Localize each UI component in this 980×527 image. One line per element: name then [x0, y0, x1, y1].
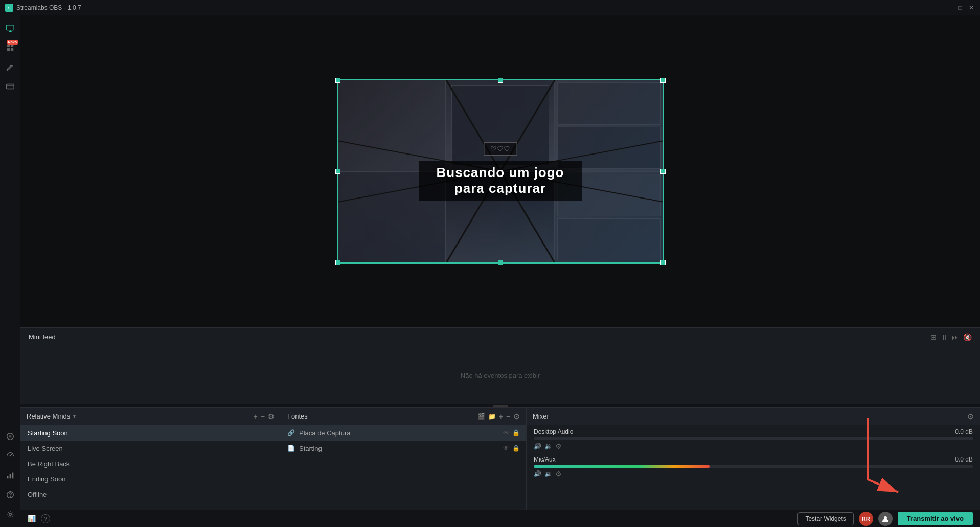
source-item-captura[interactable]: 🔗 Placa de Captura 👁 🔒: [281, 425, 526, 441]
source-name-starting: Starting: [299, 445, 322, 452]
sidebar-item-dashboard[interactable]: [2, 447, 19, 465]
mixer-mic-db: 0.0 dB: [955, 456, 973, 463]
user-avatar-2: [878, 512, 893, 526]
sources-header-left: Fontes: [287, 412, 308, 420]
mixer-settings-button[interactable]: ⚙: [967, 412, 974, 421]
sources-settings-button[interactable]: ⚙: [513, 412, 520, 421]
mixer-panel-header: Mixer ⚙: [527, 408, 980, 425]
scenes-dropdown-arrow[interactable]: ▾: [73, 413, 76, 419]
scene-item-label: Offline: [28, 491, 47, 498]
mini-feed-body: Não há eventos para exibir: [20, 346, 980, 404]
mixer-mic-mute-button[interactable]: 🔊: [534, 470, 541, 477]
stats-icon: [6, 471, 15, 480]
resize-dots: [493, 405, 508, 407]
canvas-container: ♡♡♡ Buscando um jogo para capturar: [337, 79, 664, 264]
status-help-icon[interactable]: ?: [41, 514, 50, 523]
mixer-desktop-mute-button[interactable]: 🔊: [534, 443, 541, 450]
mini-feed-header: Mini feed ⊞ ⏸ ⏭ 🔇: [20, 328, 980, 346]
mixer-mic-bar-bg: [534, 465, 973, 468]
source-doc-icon: 📄: [287, 445, 295, 452]
app-icon: S: [5, 4, 13, 12]
alert-icon: [6, 432, 15, 441]
mixer-panel: Mixer ⚙ Desktop Audio 0.0 dB: [527, 408, 980, 510]
mixer-mic-bar-fill: [534, 465, 710, 468]
sidebar-item-alert[interactable]: [2, 428, 19, 445]
settings-icon: [6, 510, 15, 519]
source-lock-button[interactable]: 🔒: [512, 429, 520, 436]
scene-item-offline[interactable]: Offline: [20, 487, 281, 502]
sidebar-item-help[interactable]: [2, 486, 19, 503]
capture-link-icon: 🔗: [287, 429, 295, 436]
scenes-remove-button[interactable]: −: [261, 412, 265, 421]
dashboard-icon: [6, 451, 15, 460]
source-item-starting[interactable]: 📄 Starting 👁 🔒: [281, 441, 526, 456]
mixer-desktop-audio-label: Desktop Audio: [534, 428, 573, 435]
status-bar-right: Testar Widgets RR Transmitir ao vivo: [797, 512, 973, 526]
go-live-button[interactable]: Transmitir ao vivo: [898, 512, 973, 525]
source-left: 🔗 Placa de Captura: [287, 429, 350, 437]
svg-rect-8: [11, 48, 13, 51]
scenes-list: Starting Soon Live Screen Be Right Back …: [20, 425, 281, 510]
sources-list: 🔗 Placa de Captura 👁 🔒 📄 Starting: [281, 425, 526, 510]
source-eye-button[interactable]: 👁: [503, 429, 509, 436]
scenes-panel-header: Relative Minds ▾ + − ⚙: [20, 408, 281, 425]
sidebar-item-settings[interactable]: [2, 506, 19, 523]
sidebar-item-stream[interactable]: [2, 19, 19, 37]
hearts-display: ♡♡♡: [484, 142, 517, 156]
svg-rect-17: [12, 473, 14, 479]
svg-rect-7: [7, 48, 10, 51]
sources-remove-button[interactable]: −: [506, 412, 510, 421]
user-initials: RR: [862, 516, 870, 522]
source-lock-button[interactable]: 🔒: [512, 445, 520, 452]
mixer-panel-title: Mixer: [533, 412, 549, 420]
sources-folder-button[interactable]: 📁: [488, 413, 496, 420]
status-graph-icon[interactable]: 📊: [28, 515, 36, 522]
mini-feed-pause-button[interactable]: ⏸: [941, 333, 948, 341]
content-area: ♡♡♡ Buscando um jogo para capturar: [20, 15, 980, 527]
minimize-button[interactable]: ─: [945, 4, 952, 11]
stream-icon: [6, 24, 15, 33]
svg-point-14: [10, 455, 11, 457]
new-badge: Novo: [7, 40, 18, 45]
user-icon: [881, 515, 890, 523]
sidebar-item-stats[interactable]: [2, 467, 19, 484]
scene-item-ending-soon[interactable]: Ending Soon: [20, 471, 281, 487]
sources-panel-title: Fontes: [287, 412, 308, 420]
source-controls-starting: 👁 🔒: [503, 445, 520, 452]
mixer-mic-volume-button[interactable]: 🔉: [544, 470, 552, 477]
mini-feed-skip-button[interactable]: ⏭: [952, 333, 959, 341]
mini-feed-mute-button[interactable]: 🔇: [963, 333, 972, 341]
scenes-panel-title: Relative Minds: [27, 412, 70, 420]
mixer-desktop-volume-button[interactable]: 🔉: [544, 443, 552, 450]
scenes-settings-button[interactable]: ⚙: [268, 412, 275, 421]
sources-add-button[interactable]: +: [499, 412, 503, 421]
scene-item-starting-soon[interactable]: Starting Soon: [20, 425, 281, 441]
scenes-panel-controls: + − ⚙: [254, 412, 275, 421]
sidebar-item-widgets[interactable]: Novo: [2, 39, 19, 56]
maximize-button[interactable]: □: [956, 4, 964, 11]
bottom-panels: Relative Minds ▾ + − ⚙ Starting Soon Liv…: [20, 407, 980, 510]
preview-background: ♡♡♡ Buscando um jogo para capturar: [337, 80, 664, 263]
test-widgets-button[interactable]: Testar Widgets: [797, 512, 853, 525]
svg-rect-6: [11, 45, 13, 47]
mixer-mic-label: Mic/Aux: [534, 456, 556, 463]
source-name-captura: Placa de Captura: [299, 429, 350, 437]
sources-scene-filters-button[interactable]: 🎬: [477, 413, 485, 420]
sidebar-item-editor[interactable]: [2, 58, 19, 76]
close-button[interactable]: ✕: [968, 4, 975, 11]
mixer-mic-settings-button[interactable]: ⚙: [555, 470, 562, 478]
status-bar-left: 📊 ?: [28, 514, 50, 523]
scene-item-be-right-back[interactable]: Be Right Back: [20, 456, 281, 471]
scene-item-live-screen[interactable]: Live Screen: [20, 441, 281, 456]
mixer-desktop-bar-bg: [534, 437, 973, 440]
mixer-desktop-settings-button[interactable]: ⚙: [555, 442, 562, 450]
sources-panel: Fontes 🎬 📁 + − ⚙ 🔗 Placa de Captur: [281, 408, 527, 510]
sidebar-item-overlays[interactable]: [2, 78, 19, 95]
scene-item-label: Starting Soon: [28, 429, 68, 437]
source-eye-button[interactable]: 👁: [503, 445, 509, 452]
mixer-mic-controls: 🔊 🔉 ⚙: [534, 470, 973, 478]
mixer-channel-mic: Mic/Aux 0.0 dB 🔊 🔉 ⚙: [527, 453, 980, 480]
mini-feed-filter-button[interactable]: ⊞: [930, 333, 937, 341]
mini-feed: Mini feed ⊞ ⏸ ⏭ 🔇 Não há eventos para ex…: [20, 327, 980, 404]
scenes-add-button[interactable]: +: [254, 412, 258, 421]
